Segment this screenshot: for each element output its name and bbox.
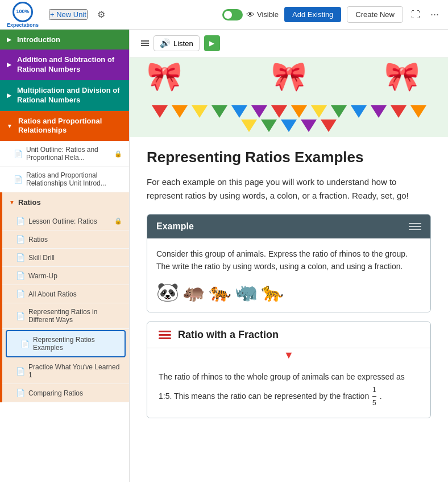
ratio-header-lines-icon	[159, 331, 171, 339]
sidebar-sub-ratios-intro[interactable]: 📄 Ratios and Proportional Relationships …	[0, 167, 129, 192]
example-body-text: Consider this group of animals. Express …	[156, 248, 421, 273]
doc-icon-representing-examples: 📄	[20, 340, 30, 348]
animal-rhino: 🦏	[235, 281, 258, 303]
flag-red-3	[391, 105, 406, 118]
doc-icon-ratios-intro: 📄	[14, 175, 23, 184]
doc-icon-skill-drill: 📄	[16, 253, 25, 262]
animal-leopard: 🐆	[261, 281, 284, 303]
example-header-title: Example	[156, 221, 194, 232]
lock-icon-lesson-outline: 🔒	[114, 217, 122, 225]
logo-text: Expectations	[7, 22, 39, 28]
sidebar-sub-all-about-ratios[interactable]: 📄 All About Ratios	[2, 285, 129, 303]
doc-icon-representing-different: 📄	[16, 312, 25, 320]
doc-icon-comparing: 📄	[16, 389, 25, 397]
doc-icon-all-about-ratios: 📄	[16, 290, 25, 298]
listen-lines-icon	[141, 40, 149, 46]
fraction-display: 1 5	[371, 391, 380, 400]
eye-icon: 👁	[246, 10, 255, 19]
sidebar: ▶ Introduction ▶ Addition and Subtractio…	[0, 30, 130, 482]
flag-yellow-1	[192, 105, 208, 118]
flag-orange-1	[172, 105, 188, 118]
flag-green-1	[211, 105, 227, 118]
listen-label: Listen	[173, 39, 193, 48]
more-options-button[interactable]: ···	[428, 6, 441, 23]
example-card: Example Consider this group of animals. …	[147, 214, 431, 312]
ratios-section: ▼ Ratios 📄 Lesson Outline: Ratios 🔒 📄 Ra…	[0, 192, 129, 402]
play-button[interactable]: ▶	[204, 35, 220, 51]
ratio-body: The ratio of rhinos to the whole group o…	[147, 361, 430, 418]
example-body: Consider this group of animals. Express …	[147, 238, 430, 312]
expand-icon[interactable]: ⛶	[409, 7, 422, 22]
sidebar-sub-unit-outline[interactable]: 📄 Unit Outline: Ratios and Proportional …	[0, 141, 129, 167]
flag-purple-3	[301, 120, 317, 132]
chapter-arrow-ratios-proportional: ▼	[7, 122, 13, 130]
speaker-icon: 🔊	[160, 38, 171, 48]
listen-button[interactable]: 🔊 Listen	[154, 35, 200, 51]
animal-tiger: 🐅	[209, 281, 231, 303]
doc-icon-ratios-page: 📄	[16, 235, 25, 244]
banner-area: 🎀 🎀 🎀	[130, 57, 448, 137]
animal-panda: 🐼	[156, 281, 179, 303]
flag-blue-3	[281, 120, 297, 132]
flag-red-2	[271, 105, 287, 118]
sidebar-sub-comparing[interactable]: 📄 Comparing Ratios	[2, 384, 129, 402]
ratios-arrow: ▼	[9, 199, 15, 205]
flag-orange-3	[410, 105, 426, 118]
visible-toggle[interactable]	[222, 9, 243, 20]
sidebar-item-multiplication-division[interactable]: ▶ Multiplication and Division of Rationa…	[0, 80, 129, 111]
chapter-arrow-multiplication: ▶	[7, 92, 11, 99]
flag-orange-2	[291, 105, 307, 118]
sidebar-sub-representing-examples[interactable]: 📄 Representing Ratios Examples	[6, 330, 126, 357]
ribbon-left: 🎀	[147, 60, 182, 93]
toggle-knob	[224, 11, 232, 19]
example-header: Example	[147, 215, 430, 238]
flag-red-4	[321, 120, 337, 132]
lock-icon-unit-outline: 🔒	[114, 150, 122, 158]
fraction: 1 5	[372, 384, 376, 409]
create-new-button[interactable]: Create New	[347, 6, 403, 23]
bunting-decoration: 🎀 🎀 🎀	[141, 65, 437, 134]
content-area: 🔊 Listen ▶ 🎀 🎀 🎀	[130, 30, 448, 482]
visible-label: 👁 Visible	[246, 10, 279, 19]
sidebar-item-introduction[interactable]: ▶ Introduction	[0, 30, 129, 50]
ratio-section: Ratio with a Fraction ▼ The ratio of rhi…	[147, 322, 431, 419]
gear-icon[interactable]: ⚙	[93, 7, 109, 23]
sidebar-sub-skill-drill[interactable]: 📄 Skill Drill	[2, 249, 129, 267]
bunting-flags	[141, 94, 437, 132]
sidebar-sub-practice[interactable]: 📄 Practice What You've Learned 1	[2, 359, 129, 384]
doc-icon-practice: 📄	[16, 367, 25, 376]
ratio-arrow-indicator: ▼	[147, 348, 430, 361]
sidebar-item-addition-subtraction[interactable]: ▶ Addition and Subtraction of Rational N…	[0, 50, 129, 80]
toggle-area: 👁 Visible	[222, 9, 279, 20]
fraction-denominator: 5	[372, 397, 376, 409]
logo-circle: 100%	[13, 2, 33, 22]
ratio-header: Ratio with a Fraction	[147, 322, 430, 348]
ratio-title: Ratio with a Fraction	[178, 329, 279, 341]
logo-area: 100% Expectations	[7, 2, 39, 28]
sidebar-sub-lesson-outline[interactable]: 📄 Lesson Outline: Ratios 🔒	[2, 212, 129, 230]
sidebar-sub-ratios-page[interactable]: 📄 Ratios	[2, 230, 129, 249]
flag-blue-1	[231, 105, 247, 118]
sidebar-sub-warm-up[interactable]: 📄 Warm-Up	[2, 267, 129, 285]
ratios-label: Ratios	[18, 198, 41, 207]
flag-red	[152, 105, 168, 118]
animals-row: 🐼 🦛 🐅 🦏 🐆	[156, 281, 421, 303]
top-bar: 100% Expectations + New Unit ⚙ 👁 Visible…	[0, 0, 448, 30]
sidebar-sub-representing-different[interactable]: 📄 Representing Ratios in Different Ways	[2, 303, 129, 329]
listen-bar: 🔊 Listen ▶	[130, 30, 448, 57]
new-unit-button[interactable]: + New Unit	[49, 9, 88, 20]
ratios-header[interactable]: ▼ Ratios	[2, 192, 129, 212]
main-content: Representing Ratios Examples For each ex…	[130, 137, 448, 430]
ribbon-mid: 🎀	[271, 60, 306, 93]
doc-icon-warm-up: 📄	[16, 271, 25, 280]
flag-purple-2	[371, 105, 387, 118]
fraction-numerator: 1	[372, 384, 376, 397]
add-existing-button[interactable]: Add Existing	[284, 7, 341, 22]
flag-yellow-3	[241, 120, 257, 132]
doc-icon-unit-outline: 📄	[14, 150, 23, 158]
doc-icon-lesson-outline: 📄	[16, 217, 25, 225]
sidebar-item-ratios-proportional[interactable]: ▼ Ratios and Proportional Relationships	[0, 111, 129, 142]
chapter-arrow-addition: ▶	[7, 61, 11, 68]
main-layout: ▶ Introduction ▶ Addition and Subtractio…	[0, 30, 448, 482]
page-intro: For each example on this page you will w…	[147, 175, 431, 203]
